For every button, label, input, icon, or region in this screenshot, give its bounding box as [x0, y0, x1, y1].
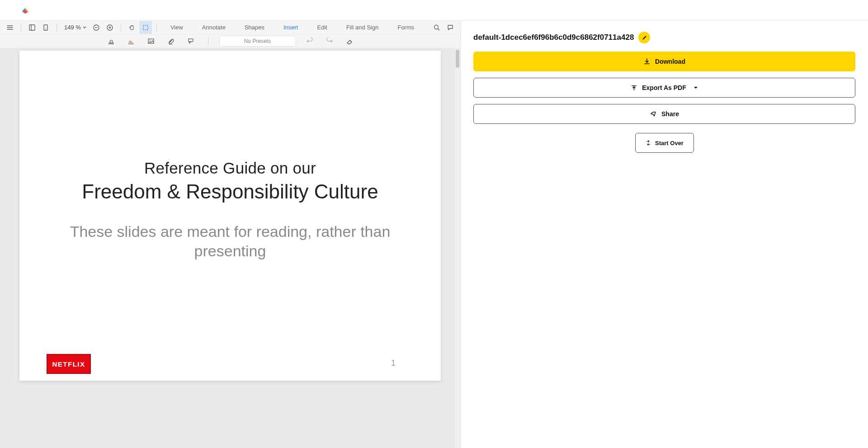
- svg-rect-9: [143, 25, 148, 30]
- pdf-viewer: 149 % View Annotate Shapes Insert Edit F…: [0, 21, 461, 448]
- tab-forms[interactable]: Forms: [388, 24, 423, 31]
- download-icon: [643, 58, 651, 65]
- tab-view[interactable]: View: [161, 24, 192, 31]
- page-number: 1: [391, 358, 396, 368]
- zoom-in-icon[interactable]: [104, 21, 116, 34]
- tab-insert[interactable]: Insert: [274, 24, 307, 31]
- separator: [21, 24, 21, 32]
- svg-point-3: [45, 28, 46, 29]
- toolbar-secondary: No Presets: [0, 34, 460, 48]
- presets-dropdown[interactable]: No Presets: [219, 36, 296, 47]
- scrollbar-thumb[interactable]: [456, 50, 459, 68]
- export-label: Export As PDF: [642, 84, 686, 91]
- upload-icon: [631, 85, 637, 91]
- undo-icon[interactable]: [303, 35, 316, 47]
- scrollbar[interactable]: [455, 48, 460, 448]
- tab-annotate[interactable]: Annotate: [193, 24, 235, 31]
- document-canvas[interactable]: Reference Guide on our Freedom & Respons…: [0, 48, 460, 448]
- separator: [156, 24, 157, 32]
- download-label: Download: [655, 58, 685, 65]
- start-over-button[interactable]: Start Over: [635, 133, 694, 153]
- image-icon[interactable]: [145, 35, 157, 47]
- document-page: Reference Guide on our Freedom & Respons…: [19, 51, 441, 381]
- share-button[interactable]: Share: [473, 104, 855, 124]
- attachment-icon[interactable]: [165, 35, 177, 47]
- presets-label: No Presets: [244, 38, 271, 44]
- share-label: Share: [661, 110, 679, 118]
- slide-subtitle: Reference Guide on our: [56, 159, 405, 177]
- brand-logo: NETFLIX: [47, 354, 91, 374]
- pan-hand-icon[interactable]: [126, 21, 138, 34]
- search-icon[interactable]: [430, 21, 443, 34]
- reset-icon: [645, 140, 651, 146]
- export-pdf-button[interactable]: Export As PDF: [473, 78, 855, 98]
- tab-fill-sign[interactable]: Fill and Sign: [337, 24, 388, 31]
- start-over-label: Start Over: [655, 140, 684, 146]
- svg-rect-2: [44, 25, 47, 30]
- side-panel: default-1dcec6ef6f96b6c0d9c6862f0711a428…: [461, 21, 868, 448]
- tab-edit[interactable]: Edit: [308, 24, 336, 31]
- menu-icon[interactable]: [4, 21, 16, 34]
- signature-icon[interactable]: [125, 35, 137, 47]
- app-logo: [20, 5, 30, 15]
- svg-rect-0: [29, 25, 35, 30]
- svg-point-15: [150, 40, 151, 41]
- svg-point-10: [434, 25, 439, 29]
- tab-shapes[interactable]: Shapes: [236, 24, 274, 31]
- page-mode-icon[interactable]: [39, 21, 52, 34]
- separator: [57, 24, 57, 32]
- comments-icon[interactable]: [444, 21, 457, 34]
- svg-rect-12: [109, 43, 113, 44]
- toolbar-primary: 149 % View Annotate Shapes Insert Edit F…: [0, 21, 460, 34]
- eraser-icon[interactable]: [343, 35, 356, 47]
- zoom-selector[interactable]: 149 %: [61, 24, 89, 31]
- app-topbar: [0, 0, 868, 21]
- chevron-down-icon: [693, 85, 698, 90]
- stamp-icon[interactable]: [105, 35, 118, 47]
- panel-toggle-icon[interactable]: [26, 21, 38, 34]
- callout-icon[interactable]: [184, 35, 197, 47]
- zoom-value: 149 %: [64, 24, 81, 31]
- svg-rect-16: [189, 39, 193, 42]
- file-name: default-1dcec6ef6f96b6c0d9c6862f0711a428: [473, 33, 634, 42]
- zoom-out-icon[interactable]: [90, 21, 103, 34]
- slide-title: Freedom & Responsibility Culture: [56, 179, 405, 204]
- svg-line-11: [438, 28, 440, 30]
- separator: [121, 24, 121, 32]
- redo-icon[interactable]: [323, 35, 336, 47]
- download-button[interactable]: Download: [473, 52, 855, 71]
- slide-note: These slides are meant for reading, rath…: [56, 222, 405, 260]
- separator: [208, 37, 208, 45]
- select-area-icon[interactable]: [139, 21, 152, 34]
- edit-filename-button[interactable]: [638, 32, 650, 43]
- share-icon: [650, 110, 657, 118]
